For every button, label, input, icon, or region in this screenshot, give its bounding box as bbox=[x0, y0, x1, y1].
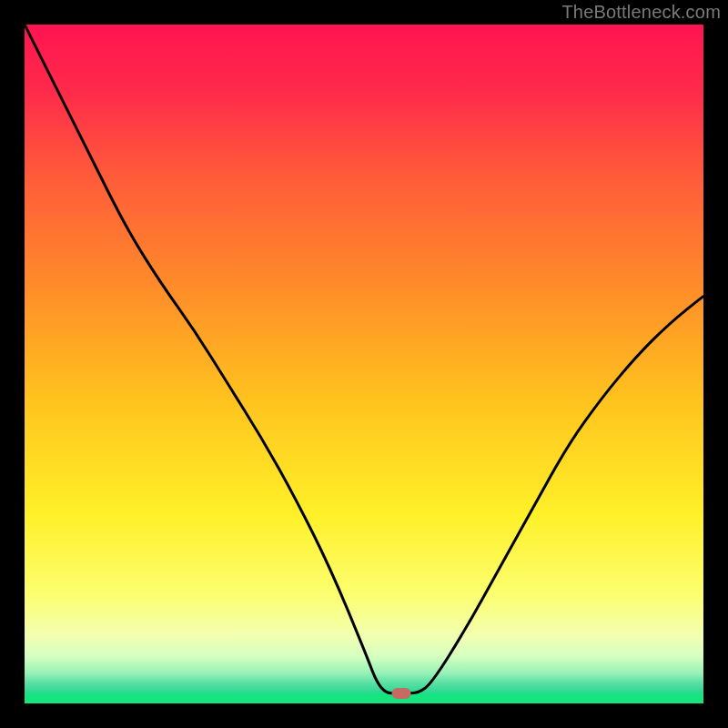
optimal-marker bbox=[392, 688, 411, 699]
watermark-text: TheBottleneck.com bbox=[561, 2, 721, 23]
plot-area bbox=[25, 25, 703, 703]
chart-frame: TheBottleneck.com bbox=[0, 0, 728, 728]
bottleneck-curve bbox=[25, 25, 703, 703]
